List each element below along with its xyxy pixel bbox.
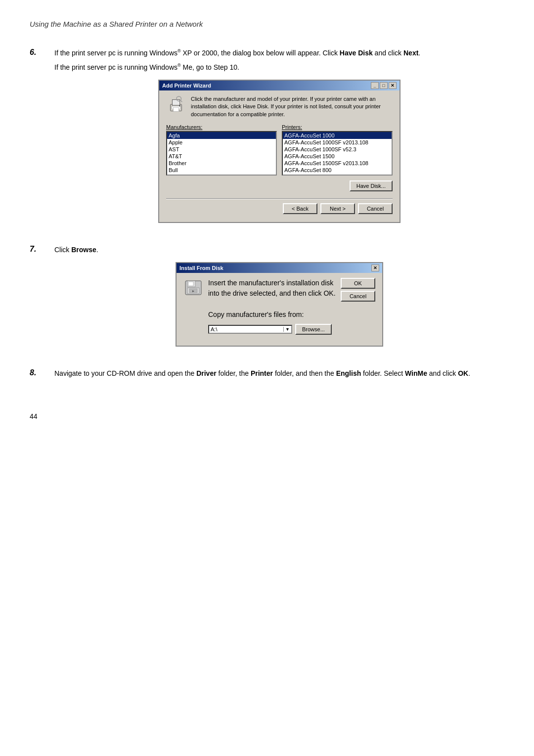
browse-button[interactable]: Browse... xyxy=(295,324,332,335)
dropdown-arrow-icon: ▼ xyxy=(283,327,290,332)
install-body: Insert the manufacturer's installation d… xyxy=(177,273,382,346)
printer-agfa-1000sf-2013[interactable]: AGFA-AccuSet 1000SF v2013.108 xyxy=(283,139,392,146)
page-number: 44 xyxy=(30,412,504,420)
install-main-content: Insert the manufacturer's installation d… xyxy=(208,278,375,335)
step-6-text1: If the print server pc is running Window… xyxy=(54,48,504,58)
step-7-content: Click Browse. Install From Disk ✕ xyxy=(54,245,504,354)
wizard-body: Click the manufacturer and model of your… xyxy=(159,90,400,222)
install-content-row: Insert the manufacturer's installation d… xyxy=(208,278,375,303)
manufacturer-ast[interactable]: AST xyxy=(167,146,276,153)
add-printer-wizard-wrapper: Add Printer Wizard _ □ ✕ xyxy=(54,80,504,223)
printer-agfa-800sf-2013[interactable]: AGFA-AccuSet 800SF v2013.108 xyxy=(283,174,392,176)
install-copy-label: Copy manufacturer's files from: xyxy=(208,310,375,320)
svg-point-4 xyxy=(179,105,180,107)
step-6-text2: If the print server pc is running Window… xyxy=(54,62,504,73)
printer-agfa-800[interactable]: AGFA-AccuSet 800 xyxy=(283,167,392,174)
back-button[interactable]: < Back xyxy=(283,203,317,214)
step-7: 7. Click Browse. Install From Disk ✕ xyxy=(30,245,504,354)
wizard-maximize-btn[interactable]: □ xyxy=(380,82,388,89)
add-printer-wizard-dialog: Add Printer Wizard _ □ ✕ xyxy=(158,80,400,223)
cancel-button[interactable]: Cancel xyxy=(358,203,393,214)
manufacturer-citoh[interactable]: C-Itoh xyxy=(167,174,276,176)
manufacturers-col: Manufacturers: Agfa Apple AST AT&T Broth… xyxy=(166,124,277,176)
printer-agfa-1500sf-2013[interactable]: AGFA-AccuSet 1500SF v2013.108 xyxy=(283,160,392,167)
step-8: 8. Navigate to your CD-ROM drive and ope… xyxy=(30,368,504,383)
manufacturer-brother[interactable]: Brother xyxy=(167,160,276,167)
printer-agfa-1500[interactable]: AGFA-AccuSet 1500 xyxy=(283,153,392,160)
wizard-description-text: Click the manufacturer and model of your… xyxy=(191,95,393,118)
wizard-printer-icon xyxy=(166,95,186,115)
list-section: Manufacturers: Agfa Apple AST AT&T Broth… xyxy=(166,124,393,176)
wizard-top-section: Click the manufacturer and model of your… xyxy=(166,95,393,118)
svg-rect-9 xyxy=(188,282,193,286)
step-7-number: 7. xyxy=(30,245,54,254)
wizard-bottom-buttons: < Back Next > Cancel xyxy=(166,203,393,217)
wizard-close-btn[interactable]: ✕ xyxy=(389,82,397,89)
svg-rect-2 xyxy=(172,100,179,105)
wizard-title-text: Add Printer Wizard xyxy=(162,83,211,89)
wizard-have-disk-area: Have Disk... xyxy=(166,180,393,191)
install-drive-row: A:\ ▼ Browse... xyxy=(208,324,375,335)
have-disk-button[interactable]: Have Disk... xyxy=(350,180,393,191)
install-from-disk-wrapper: Install From Disk ✕ xyxy=(54,262,504,347)
wizard-separator xyxy=(166,198,393,199)
install-title-controls: ✕ xyxy=(371,265,379,271)
install-cancel-button[interactable]: Cancel xyxy=(341,291,375,302)
install-close-btn[interactable]: ✕ xyxy=(371,265,379,271)
manufacturer-att[interactable]: AT&T xyxy=(167,153,276,160)
printers-label: Printers: xyxy=(282,124,393,130)
manufacturer-agfa[interactable]: Agfa xyxy=(167,132,276,139)
step-6-number: 6. xyxy=(30,48,54,57)
install-buttons-right: OK Cancel xyxy=(341,278,375,303)
manufacturers-label: Manufacturers: xyxy=(166,124,277,130)
wizard-title-controls: _ □ ✕ xyxy=(371,82,397,89)
drive-value: A:\ xyxy=(211,326,217,332)
install-from-disk-dialog: Install From Disk ✕ xyxy=(176,262,383,347)
step-8-content: Navigate to your CD-ROM drive and open t… xyxy=(54,368,504,383)
svg-rect-3 xyxy=(173,108,178,112)
svg-line-6 xyxy=(181,101,182,102)
install-ok-button[interactable]: OK xyxy=(341,278,375,289)
printer-agfa-1000sf-52[interactable]: AGFA-AccuSet 1000SF v52.3 xyxy=(283,146,392,153)
disk-icon xyxy=(183,278,203,298)
install-top-row: Insert the manufacturer's installation d… xyxy=(183,278,375,335)
step-8-number: 8. xyxy=(30,368,54,377)
printers-listbox[interactable]: AGFA-AccuSet 1000 AGFA-AccuSet 1000SF v2… xyxy=(282,131,393,176)
step-7-text: Click Browse. xyxy=(54,245,504,255)
manufacturers-listbox[interactable]: Agfa Apple AST AT&T Brother Bull C-Itoh xyxy=(166,131,277,176)
printer-agfa-1000[interactable]: AGFA-AccuSet 1000 xyxy=(283,132,392,139)
install-copy-section: Copy manufacturer's files from: A:\ ▼ Br… xyxy=(208,310,375,335)
page-header: Using the Machine as a Shared Printer on… xyxy=(30,20,504,28)
manufacturer-apple[interactable]: Apple xyxy=(167,139,276,146)
wizard-title-bar: Add Printer Wizard _ □ ✕ xyxy=(159,81,400,90)
next-button[interactable]: Next > xyxy=(320,203,355,214)
install-title-text: Install From Disk xyxy=(179,265,223,271)
step-6: 6. If the print server pc is running Win… xyxy=(30,48,504,230)
install-title-bar: Install From Disk ✕ xyxy=(177,263,382,273)
manufacturer-bull[interactable]: Bull xyxy=(167,167,276,174)
wizard-minimize-btn[interactable]: _ xyxy=(371,82,379,89)
install-left: Insert the manufacturer's installation d… xyxy=(208,278,336,303)
step-6-content: If the print server pc is running Window… xyxy=(54,48,504,230)
install-description: Insert the manufacturer's installation d… xyxy=(208,278,336,299)
install-drive-dropdown[interactable]: A:\ ▼ xyxy=(208,325,292,334)
step-8-text: Navigate to your CD-ROM drive and open t… xyxy=(54,368,504,379)
printers-col: Printers: AGFA-AccuSet 1000 AGFA-AccuSet… xyxy=(282,124,393,176)
